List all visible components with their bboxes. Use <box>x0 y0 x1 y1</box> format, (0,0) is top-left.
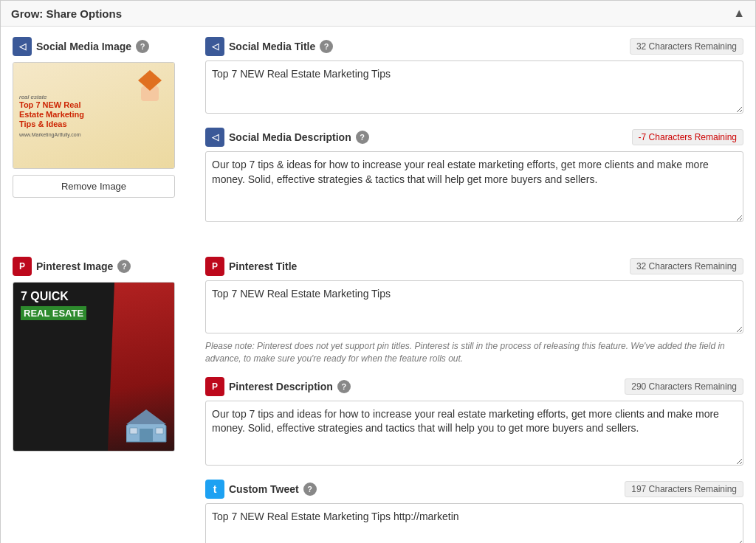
pinterest-description-header: P Pinterest Description ? <box>205 377 351 396</box>
remove-image-button[interactable]: Remove Image <box>13 175 175 198</box>
svg-rect-4 <box>140 429 153 442</box>
main-content: ◁ Social Media Image ? real estate Top 7… <box>1 27 755 543</box>
pinterest-image-label: Pinterest Image <box>36 260 113 272</box>
social-media-description-input[interactable] <box>205 151 743 222</box>
pinterest-description-input[interactable] <box>205 401 743 466</box>
svg-rect-7 <box>156 428 163 434</box>
pinterest-description-help-icon[interactable]: ? <box>337 380 351 393</box>
section-divider <box>13 249 743 257</box>
twitter-tweet-icon: t <box>205 480 224 499</box>
pinterest-description-chars: 290 Characters Remaining <box>625 378 743 395</box>
pinterest-title-note: Please note: Pinterest does not yet supp… <box>205 340 743 365</box>
social-media-image: real estate Top 7 NEW RealEstate Marketi… <box>13 62 175 169</box>
social-media-image-help-icon[interactable]: ? <box>136 40 149 53</box>
pinterest-image-content: 7 QUICK REAL ESATE <box>13 283 174 451</box>
twitter-tweet-input[interactable] <box>205 503 743 543</box>
title-bar: Grow: Share Options ▲ <box>1 1 755 27</box>
pinterest-title-row: P Pinterest Title 32 Characters Remainin… <box>205 257 743 276</box>
pinterest-description-block: P Pinterest Description ? 290 Characters… <box>205 377 743 468</box>
social-media-title-label: Social Media Title <box>229 41 315 52</box>
twitter-tweet-label: Custom Tweet <box>229 483 299 495</box>
social-media-image-section: ◁ Social Media Image ? real estate Top 7… <box>13 37 193 236</box>
pinterest-title-chars: 32 Characters Remaining <box>630 258 743 274</box>
social-media-title-share-icon: ◁ <box>205 37 224 56</box>
main-window: Grow: Share Options ▲ ◁ Social Media Ima… <box>0 0 756 543</box>
social-media-description-share-icon: ◁ <box>205 128 224 147</box>
twitter-tweet-header: t Custom Tweet ? <box>205 480 317 499</box>
collapse-arrow-icon[interactable]: ▲ <box>733 7 745 20</box>
pinterest-title-block: P Pinterest Title 32 Characters Remainin… <box>205 257 743 365</box>
social-media-title-help-icon[interactable]: ? <box>320 40 333 53</box>
social-media-title-row: ◁ Social Media Title ? 32 Characters Rem… <box>205 37 743 56</box>
social-media-title-input[interactable] <box>205 60 743 114</box>
social-media-description-help-icon[interactable]: ? <box>356 131 369 144</box>
pinterest-image-text-big: 7 QUICK <box>21 290 167 303</box>
pinterest-title-input[interactable] <box>205 280 743 333</box>
twitter-tweet-row: t Custom Tweet ? 197 Characters Remainin… <box>205 480 743 499</box>
social-media-title-chars: 32 Characters Remaining <box>630 38 743 55</box>
social-media-share-icon: ◁ <box>13 37 32 56</box>
pinterest-image-text-highlight: REAL ESATE <box>21 306 86 320</box>
social-media-description-label: Social Media Description <box>229 131 351 143</box>
pinterest-image-section: P Pinterest Image ? <box>13 257 193 543</box>
svg-marker-5 <box>126 409 166 424</box>
pinterest-image-header: P Pinterest Image ? <box>13 257 193 276</box>
social-media-row: ◁ Social Media Image ? real estate Top 7… <box>13 37 743 236</box>
pinterest-description-row: P Pinterest Description ? 290 Characters… <box>205 377 743 396</box>
pinterest-image-help-icon[interactable]: ? <box>117 260 131 273</box>
social-media-image-content: real estate Top 7 NEW RealEstate Marketi… <box>13 63 174 168</box>
svg-rect-6 <box>130 428 137 434</box>
social-media-description-block: ◁ Social Media Description ? -7 Characte… <box>205 128 743 224</box>
twitter-tweet-block: t Custom Tweet ? 197 Characters Remainin… <box>205 480 743 543</box>
pinterest-image: 7 QUICK REAL ESATE <box>13 282 175 452</box>
social-media-title-block: ◁ Social Media Title ? 32 Characters Rem… <box>205 37 743 116</box>
pinterest-fields: P Pinterest Title 32 Characters Remainin… <box>205 257 743 543</box>
title-bar-title: Grow: Share Options <box>11 7 122 20</box>
twitter-tweet-chars: 197 Characters Remaining <box>625 481 743 497</box>
social-media-image-header: ◁ Social Media Image ? <box>13 37 193 56</box>
pinterest-image-icon: P <box>13 257 32 276</box>
twitter-tweet-help-icon[interactable]: ? <box>303 483 317 496</box>
social-media-title-header: ◁ Social Media Title ? <box>205 37 333 56</box>
social-media-description-chars: -7 Characters Remaining <box>632 129 743 145</box>
social-media-image-label: Social Media Image <box>36 41 131 52</box>
pinterest-title-icon: P <box>205 257 224 276</box>
social-media-fields: ◁ Social Media Title ? 32 Characters Rem… <box>205 37 743 236</box>
pinterest-row: P Pinterest Image ? <box>13 257 743 543</box>
pinterest-title-label: Pinterest Title <box>229 260 297 272</box>
pinterest-title-header: P Pinterest Title <box>205 257 297 276</box>
social-media-description-header: ◁ Social Media Description ? <box>205 128 369 147</box>
pinterest-description-icon: P <box>205 377 224 396</box>
social-media-description-row: ◁ Social Media Description ? -7 Characte… <box>205 128 743 147</box>
pinterest-description-label: Pinterest Description <box>229 381 333 392</box>
